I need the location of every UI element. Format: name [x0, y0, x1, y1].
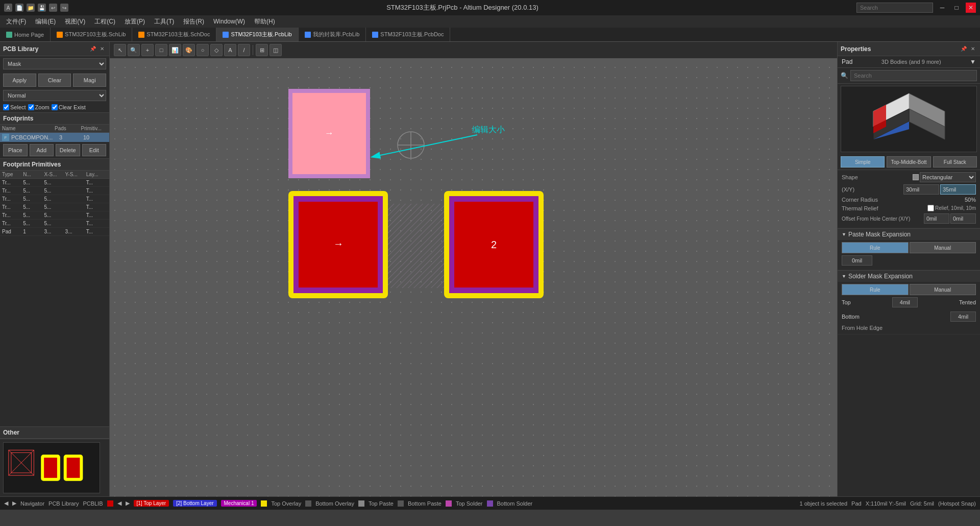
tb-paint[interactable]: 🎨 [183, 44, 195, 56]
close-button[interactable]: ✕ [966, 3, 976, 13]
menu-edit[interactable]: 编辑(E) [31, 16, 60, 27]
menu-file[interactable]: 文件(F) [2, 16, 30, 27]
top-paste-label[interactable]: Top Paste [369, 500, 394, 507]
paste-mask-section[interactable]: ▼ Paste Mask Expansion [838, 228, 980, 240]
magi-button[interactable]: Magi [73, 74, 106, 87]
tb-circle[interactable]: ○ [197, 44, 209, 56]
menu-project[interactable]: 工程(C) [90, 16, 119, 27]
tab-schdoc[interactable]: STM32F103主板.SchDoc [132, 28, 216, 41]
solder-manual-tab[interactable]: Manual [910, 284, 976, 295]
maximize-button[interactable]: □ [951, 3, 962, 13]
nav-forward-button[interactable]: ▶ [12, 500, 16, 507]
select-checkbox-label[interactable]: Select [3, 104, 26, 110]
tb-line[interactable]: / [238, 44, 250, 56]
menu-tools[interactable]: 工具(T) [150, 16, 178, 27]
minimize-button[interactable]: ─ [937, 3, 947, 13]
tab-top-middle-bott[interactable]: Top-Middle-Bott [887, 156, 930, 168]
rp-close-button[interactable]: ✕ [969, 45, 977, 53]
tab-pcblib[interactable]: STM32F103主板.PcbLib [216, 28, 298, 41]
footprint-row-0[interactable]: F PCBCOMPON... 3 10 [0, 133, 109, 142]
pcb-library-label[interactable]: PCB Library [48, 500, 79, 507]
offset-x-input[interactable] [924, 213, 949, 224]
canvas-area[interactable]: ↖ 🔍 + □ 📊 🎨 ○ ◇ A / ⊞ ◫ ← [110, 42, 837, 496]
global-search-input[interactable] [856, 3, 933, 13]
paste-rule-tab[interactable]: Rule [842, 242, 909, 253]
nav-button[interactable]: ◀ [4, 500, 8, 507]
select-checkbox[interactable] [3, 104, 9, 110]
paste-manual-tab[interactable]: Manual [910, 242, 976, 253]
y-input[interactable] [940, 184, 976, 195]
properties-search-input[interactable] [850, 70, 977, 81]
bot-overlay-label[interactable]: Bottom Overlay [315, 500, 354, 507]
prim-row-6[interactable]: Pad13...3...T... [0, 228, 109, 236]
tb-text[interactable]: A [224, 44, 236, 56]
apply-button[interactable]: Apply [3, 74, 36, 87]
zoom-checkbox[interactable] [28, 104, 34, 110]
tab-pcbdoc[interactable]: STM32F103主板.PcbDoc [366, 28, 450, 41]
pcblib-label[interactable]: PCBLIB [83, 500, 103, 507]
add-button[interactable]: Add [30, 144, 54, 156]
mech-layer-badge[interactable]: Mechanical 1 [221, 500, 257, 507]
prim-row-0[interactable]: Tr...5...5...T... [0, 179, 109, 187]
pin-button[interactable]: 📌 [89, 45, 97, 53]
solder-bottom-input[interactable] [950, 312, 976, 322]
menu-view[interactable]: 视图(V) [61, 16, 89, 27]
tab-mypcblib[interactable]: 我的封装库.PcbLib [299, 28, 366, 41]
place-button[interactable]: Place [3, 144, 28, 156]
menu-help[interactable]: 帮助(H) [250, 16, 279, 27]
solder-mask-section[interactable]: ▼ Solder Mask Expansion [838, 270, 980, 282]
col-pads: Pads [55, 126, 81, 131]
mode-select[interactable]: Normal [3, 90, 106, 101]
tb-pcb1[interactable]: ⊞ [256, 44, 268, 56]
thermal-checkbox[interactable] [927, 205, 934, 211]
tb-cursor[interactable]: ↖ [114, 44, 126, 56]
menu-reports[interactable]: 报告(R) [179, 16, 208, 27]
mask-select[interactable]: Mask [3, 58, 106, 69]
tb-plus[interactable]: + [141, 44, 154, 56]
solder-rule-tab[interactable]: Rule [842, 284, 909, 295]
edit-button[interactable]: Edit [82, 144, 107, 156]
delete-button[interactable]: Delete [56, 144, 80, 156]
solder-top-input[interactable] [892, 297, 918, 307]
filter-icon[interactable]: ▼ [970, 58, 976, 65]
prim-row-2[interactable]: Tr...5...5...T... [0, 195, 109, 203]
prim-row-4[interactable]: Tr...5...5...T... [0, 211, 109, 220]
top-layer-badge[interactable]: [1] Top Layer [134, 500, 169, 507]
tab-simple[interactable]: Simple [841, 156, 885, 168]
top-overlay-label[interactable]: Top Overlay [271, 500, 301, 507]
navigator-label[interactable]: Navigator [20, 500, 44, 507]
bot-paste-label[interactable]: Bottom Paste [408, 500, 442, 507]
file-icon[interactable]: 📄 [15, 4, 23, 12]
x-input[interactable] [903, 184, 939, 195]
clear-exist-checkbox[interactable] [52, 104, 58, 110]
offset-y-input[interactable] [950, 213, 976, 224]
bot-solder-label[interactable]: Bottom Solder [497, 500, 533, 507]
tab-full-stack[interactable]: Full Stack [933, 156, 977, 168]
clear-button[interactable]: Clear [38, 74, 71, 87]
shape-select[interactable]: Rectangular [920, 172, 976, 182]
tb-rect[interactable]: □ [155, 44, 167, 56]
menu-place[interactable]: 放置(P) [120, 16, 149, 27]
tb-chart[interactable]: 📊 [169, 44, 181, 56]
tab-home[interactable]: Home Page [0, 28, 51, 41]
clear-exist-checkbox-label[interactable]: Clear Exist [52, 104, 86, 110]
tb-zoom[interactable]: 🔍 [128, 44, 140, 56]
zoom-checkbox-label[interactable]: Zoom [28, 104, 50, 110]
pcb-canvas[interactable]: ← 编辑大小 [110, 58, 837, 496]
paste-value-input[interactable] [842, 255, 872, 266]
tab-schlib[interactable]: STM32F103主板.SchLib [51, 28, 132, 41]
bottom-layer-badge[interactable]: [2] Bottom Layer [173, 500, 216, 507]
prim-row-1[interactable]: Tr...5...5...T... [0, 187, 109, 195]
panel-close-button[interactable]: ✕ [98, 45, 106, 53]
save-icon[interactable]: 💾 [38, 4, 46, 12]
top-solder-label[interactable]: Top Solder [456, 500, 483, 507]
prim-row-5[interactable]: Tr...5...5...T... [0, 220, 109, 228]
tb-diamond[interactable]: ◇ [210, 44, 223, 56]
undo-icon[interactable]: ↩ [49, 4, 57, 12]
redo-icon[interactable]: ↪ [60, 4, 68, 12]
rp-pin-button[interactable]: 📌 [960, 45, 968, 53]
menu-window[interactable]: Window(W) [209, 17, 249, 26]
folder-icon[interactable]: 📁 [27, 4, 35, 12]
prim-row-3[interactable]: Tr...5...5...T... [0, 203, 109, 211]
tb-pcb2[interactable]: ◫ [270, 44, 282, 56]
